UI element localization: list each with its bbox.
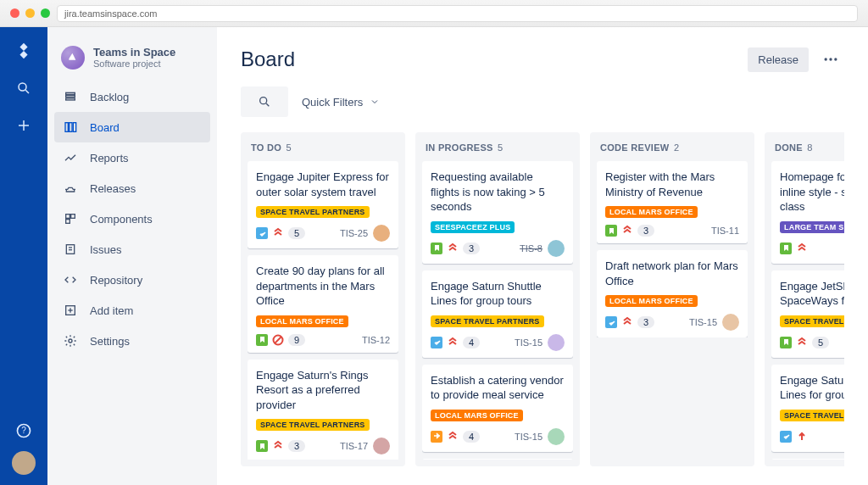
- issue-type-story-icon: [780, 337, 792, 348]
- svg-rect-10: [70, 123, 72, 132]
- column-done: DONE 8Homepage footer uses an inline sty…: [765, 132, 844, 466]
- svg-line-28: [275, 337, 281, 343]
- issue-key: TIS-25: [340, 228, 368, 238]
- issue-type-task-icon: [780, 431, 792, 443]
- assignee-avatar[interactable]: [373, 438, 390, 454]
- issue-card[interactable]: Engage Saturn Shuttle Lines for group to…: [422, 270, 573, 358]
- url-bar[interactable]: jira.teamsinspace.com: [57, 5, 858, 22]
- card-label: SPACE TRAVEL PARTNERS: [780, 315, 844, 327]
- issue-card[interactable]: Establish a catering vendor to provide m…: [422, 365, 573, 452]
- assignee-avatar[interactable]: [548, 240, 565, 257]
- issue-type-story-icon: [256, 334, 268, 346]
- sidebar-item-reports[interactable]: Reports: [54, 142, 210, 173]
- svg-text:?: ?: [21, 426, 26, 435]
- profile-avatar[interactable]: [12, 451, 36, 475]
- issue-card[interactable]: Requesting available flights is now taki…: [422, 161, 573, 264]
- card-title: Engage Saturn Shuttle Lines for group to…: [431, 279, 565, 309]
- svg-rect-12: [66, 215, 70, 219]
- svg-point-0: [19, 83, 26, 91]
- sidebar-item-releases[interactable]: Releases: [54, 173, 210, 203]
- svg-rect-13: [71, 215, 75, 219]
- priority-high-icon: [796, 431, 808, 443]
- maximize-window-icon[interactable]: [41, 8, 50, 18]
- issue-key: TIS-12: [362, 335, 390, 345]
- global-nav-rail: ?: [0, 27, 47, 485]
- issue-type-sub-icon: [431, 431, 442, 443]
- issue-type-story-icon: [780, 242, 792, 254]
- assignee-avatar[interactable]: [548, 428, 565, 445]
- board-search-button[interactable]: [241, 86, 288, 117]
- issue-card[interactable]: Engage JetShuttle SpaceWays for travelSP…: [771, 270, 844, 358]
- issue-card[interactable]: Engage Saturn's Rings Resort as a prefer…: [248, 360, 398, 460]
- browser-chrome: jira.teamsinspace.com: [0, 0, 868, 27]
- issue-card[interactable]: Homepage footer uses an inline style - s…: [771, 161, 844, 264]
- components-icon: [63, 211, 78, 226]
- assignee-avatar[interactable]: [373, 225, 390, 242]
- issue-card[interactable]: Engage Saturn Shuttle Lines for group to…: [771, 365, 844, 452]
- svg-point-22: [825, 58, 827, 60]
- assignee-avatar[interactable]: [722, 314, 739, 331]
- issue-key: TIS-15: [515, 432, 542, 442]
- url-text: jira.teamsinspace.com: [64, 8, 157, 19]
- settings-icon: [63, 333, 78, 348]
- sidebar-item-backlog[interactable]: Backlog: [54, 81, 210, 112]
- priority-highest-icon: [621, 316, 633, 328]
- search-icon[interactable]: [14, 78, 34, 98]
- assignee-avatar[interactable]: [548, 334, 565, 351]
- create-icon[interactable]: [14, 115, 34, 136]
- svg-rect-8: [66, 98, 75, 100]
- priority-highest-icon: [447, 337, 459, 348]
- issue-type-story-icon: [605, 225, 617, 237]
- story-points: 9: [288, 334, 305, 346]
- svg-point-23: [829, 58, 832, 60]
- issue-key: TIS-11: [711, 226, 739, 236]
- issue-card[interactable]: Draft network plan for Mars OfficeLOCAL …: [597, 250, 748, 337]
- sidebar-item-repository[interactable]: Repository: [54, 265, 210, 295]
- column-header: TO DO 5: [248, 139, 398, 161]
- column-header: CODE REVIEW 2: [597, 139, 748, 161]
- release-button[interactable]: Release: [748, 47, 809, 72]
- card-title: Create 90 day plans for all departments …: [256, 264, 390, 309]
- project-header[interactable]: Teams in Space Software project: [54, 42, 210, 81]
- issue-card[interactable]: Create 90 day plans for all departments …: [248, 255, 398, 353]
- priority-highest-icon: [796, 337, 808, 348]
- priority-highest-icon: [621, 225, 633, 237]
- issue-card[interactable]: Engage Jupiter Express for outer solar s…: [248, 161, 398, 248]
- svg-rect-11: [73, 123, 75, 132]
- issue-card[interactable]: Register with the Mars Ministry of Reven…: [597, 161, 748, 243]
- priority-highest-icon: [796, 242, 808, 254]
- svg-point-25: [260, 98, 267, 104]
- column-count: 5: [287, 142, 292, 153]
- issue-card[interactable]: Establish a catering vendor to provide m…: [771, 459, 844, 460]
- priority-highest-icon: [272, 227, 284, 239]
- minimize-window-icon[interactable]: [25, 8, 35, 18]
- card-title: Engage JetShuttle SpaceWays for travel: [780, 279, 844, 309]
- card-title: Homepage footer uses an inline style - s…: [780, 170, 844, 215]
- issue-key: TIS-15: [689, 317, 717, 327]
- help-icon[interactable]: ?: [14, 421, 34, 441]
- issue-card[interactable]: Engage Saturn Shuttle Lines for group to…: [422, 459, 573, 460]
- issue-type-task-icon: [431, 337, 442, 348]
- card-title: Engage Saturn Shuttle Lines for group to…: [780, 373, 844, 403]
- backlog-icon: [63, 89, 78, 104]
- sidebar-item-board[interactable]: Board: [54, 112, 210, 142]
- card-label: SPACE TRAVEL PARTNERS: [256, 419, 370, 431]
- close-window-icon[interactable]: [10, 8, 19, 18]
- main-content: Board Release Quick Filters TO DO 5Engag…: [217, 27, 868, 485]
- more-actions-icon[interactable]: [817, 46, 844, 73]
- sidebar-item-add-item[interactable]: Add item: [54, 295, 210, 326]
- sidebar-item-components[interactable]: Components: [54, 203, 210, 234]
- releases-icon: [63, 181, 78, 196]
- sidebar-item-issues[interactable]: Issues: [54, 234, 210, 265]
- sidebar-item-settings[interactable]: Settings: [54, 326, 210, 356]
- project-name: Teams in Space: [93, 46, 175, 59]
- quick-filters-dropdown[interactable]: Quick Filters: [302, 96, 380, 109]
- jira-logo-icon[interactable]: [14, 41, 34, 61]
- sidebar-item-label: Add item: [90, 304, 133, 317]
- issue-type-task-icon: [605, 316, 617, 328]
- sidebar-item-label: Reports: [90, 152, 129, 164]
- chevron-down-icon: [370, 97, 380, 107]
- card-label: LOCAL MARS OFFICE: [256, 315, 348, 327]
- column-in-progress: IN PROGRESS 5Requesting available flight…: [415, 132, 580, 466]
- column-header: DONE 8: [771, 139, 844, 161]
